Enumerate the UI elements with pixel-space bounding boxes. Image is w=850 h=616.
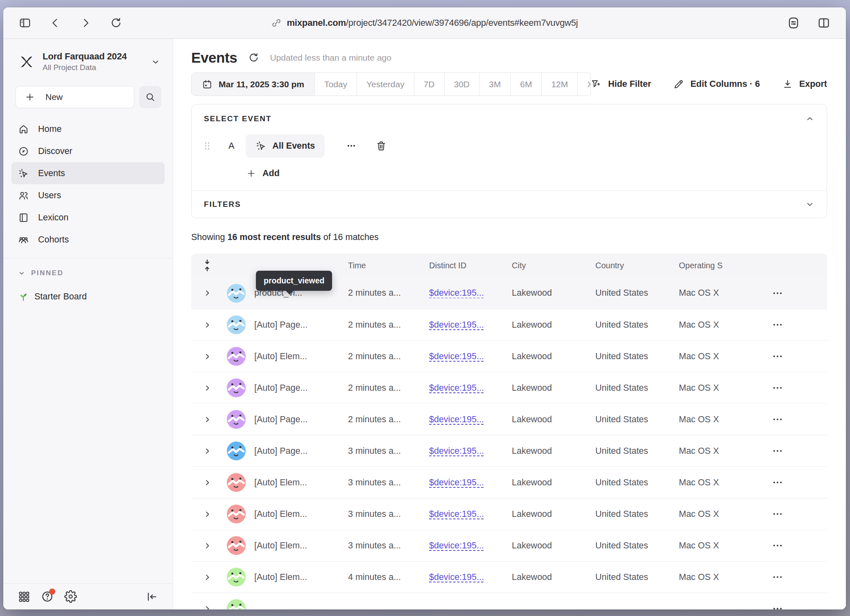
distinct-id-link[interactable]: $device:195... — [429, 383, 484, 393]
distinct-id-link[interactable]: $device:195... — [429, 541, 484, 550]
add-event-button[interactable]: Add — [246, 164, 280, 182]
row-menu-icon[interactable] — [760, 319, 827, 331]
distinct-id-link[interactable]: $device:195... — [429, 414, 484, 424]
export-button[interactable]: Export — [782, 79, 827, 90]
help-button[interactable] — [41, 590, 54, 603]
table-row[interactable]: [Auto] Elem... 2 minutes a... $device:19… — [191, 340, 827, 372]
event-avatar — [227, 284, 246, 303]
sidebar-item-discover[interactable]: Discover — [11, 140, 165, 162]
row-menu-icon[interactable] — [760, 477, 827, 488]
sidebar-item-users[interactable]: Users — [11, 184, 165, 206]
split-view-icon[interactable] — [817, 16, 830, 29]
expand-row-icon[interactable] — [191, 605, 223, 610]
expand-row-icon[interactable] — [191, 448, 223, 455]
table-row[interactable]: [Auto] Elem... 3 minutes a... $device:19… — [191, 467, 827, 498]
expand-row-icon[interactable] — [191, 542, 223, 549]
settings-gear-icon[interactable] — [64, 590, 77, 603]
distinct-id-link[interactable]: $device:195... — [429, 572, 484, 582]
distinct-id-link[interactable]: $device:195... — [429, 478, 484, 487]
sidebar-item-cohorts[interactable]: Cohorts — [11, 229, 165, 251]
new-button[interactable]: New — [16, 86, 134, 108]
row-menu-icon[interactable] — [760, 414, 827, 425]
preset-today[interactable]: Today — [314, 73, 357, 95]
event-avatar — [227, 347, 246, 366]
page-settings-icon[interactable] — [787, 16, 800, 29]
preset-3m[interactable]: 3M — [479, 73, 510, 95]
query-builder-card: SELECT EVENT A All Events — [191, 104, 827, 218]
distinct-id-link[interactable]: $device:195... — [429, 446, 484, 456]
preset-7d[interactable]: 7D — [414, 73, 444, 95]
row-menu-icon[interactable] — [760, 445, 827, 457]
preset-6m[interactable]: 6M — [510, 73, 541, 95]
row-menu-icon[interactable] — [760, 508, 827, 520]
table-row[interactable]: [Auto] Elem... 4 minutes a... $device:19… — [191, 561, 827, 593]
table-row[interactable]: [Auto] Page... 2 minutes a... $device:19… — [191, 372, 827, 403]
distinct-id-link[interactable]: $device:195... — [429, 509, 484, 519]
drag-handle-icon[interactable] — [204, 141, 210, 151]
row-menu-icon[interactable] — [760, 351, 827, 362]
event-city: Lakewood — [504, 320, 588, 330]
filters-section[interactable]: FILTERS — [192, 191, 827, 218]
sidebar-item-events[interactable]: Events — [11, 162, 165, 184]
header-distinct-id[interactable]: Distinct ID — [421, 261, 504, 270]
sidebar-item-lexicon[interactable]: Lexicon — [11, 206, 165, 229]
row-menu-icon[interactable] — [760, 603, 827, 609]
expand-row-icon[interactable] — [191, 479, 223, 486]
project-selector[interactable]: Lord Farquaad 2024 All Project Data — [3, 39, 173, 72]
table-row[interactable]: [Auto] Page... 2 minutes a... $device:19… — [191, 403, 827, 435]
expand-row-icon[interactable] — [191, 353, 223, 360]
preset-yesterday[interactable]: Yesterday — [357, 73, 414, 95]
refresh-icon[interactable] — [248, 52, 259, 63]
collapse-sidebar-icon[interactable] — [146, 591, 158, 603]
distinct-id-link[interactable]: $device:195... — [429, 351, 484, 361]
event-country: United States — [588, 351, 671, 362]
sidebar-toggle-icon[interactable] — [19, 17, 31, 29]
header-country[interactable]: Country — [588, 261, 671, 270]
row-menu-icon[interactable] — [760, 382, 827, 394]
pinned-item-starter-board[interactable]: Starter Board — [3, 291, 173, 302]
expand-row-icon[interactable] — [191, 511, 223, 518]
collapse-section-icon[interactable] — [805, 114, 814, 123]
more-options-icon[interactable] — [346, 140, 357, 151]
back-icon[interactable] — [49, 17, 61, 29]
collapse-rows-icon[interactable] — [191, 259, 223, 272]
event-table-body: product_vi... 2 minutes a... $device:195… — [191, 277, 827, 609]
header-city[interactable]: City — [504, 261, 588, 270]
hide-filter-button[interactable]: Hide Filter — [591, 79, 651, 90]
delete-icon[interactable] — [375, 140, 387, 152]
table-row[interactable]: [Auto] Page... 2 minutes a... $device:19… — [191, 309, 827, 340]
table-row[interactable]: [Auto] Elem... 3 minutes a... $device:19… — [191, 498, 827, 530]
header-os[interactable]: Operating S — [671, 261, 760, 270]
sidebar-item-home[interactable]: Home — [11, 118, 165, 140]
event-time: 2 minutes a... — [340, 414, 421, 425]
header-time[interactable]: Time — [340, 261, 421, 270]
event-country: United States — [588, 414, 671, 425]
apps-grid-icon[interactable] — [18, 591, 30, 603]
address-bar[interactable]: mixpanel.com/project/3472420/view/397469… — [3, 18, 846, 28]
distinct-id-link[interactable]: $device:195... — [429, 288, 484, 298]
row-menu-icon[interactable] — [760, 571, 827, 583]
distinct-id-link[interactable]: $device:195... — [429, 320, 484, 330]
table-row[interactable]: [Auto] Page... 3 minutes a... $device:19… — [191, 435, 827, 467]
preset-xtd[interactable]: XTD — [577, 73, 591, 95]
reload-icon[interactable] — [110, 17, 122, 29]
expand-row-icon[interactable] — [191, 322, 223, 328]
row-menu-icon[interactable] — [760, 540, 827, 551]
table-row[interactable]: [Auto] Elem... 3 minutes a... $device:19… — [191, 530, 827, 561]
expand-row-icon[interactable] — [191, 574, 223, 581]
event-os: Mac OS X — [671, 288, 760, 298]
search-button[interactable] — [139, 86, 161, 108]
event-selector-pill[interactable]: All Events — [246, 134, 325, 158]
preset-12m[interactable]: 12M — [541, 73, 577, 95]
expand-row-icon[interactable] — [191, 290, 223, 297]
row-menu-icon[interactable] — [760, 288, 827, 299]
preset-30d[interactable]: 30D — [444, 73, 479, 95]
expand-row-icon[interactable] — [191, 385, 223, 392]
expand-section-icon[interactable] — [805, 200, 814, 209]
edit-columns-button[interactable]: Edit Columns · 6 — [673, 79, 760, 90]
expand-row-icon[interactable] — [191, 416, 223, 423]
table-row[interactable] — [191, 593, 827, 609]
forward-icon — [79, 17, 92, 29]
date-picker[interactable]: Mar 11, 2025 3:30 pm — [192, 73, 314, 95]
pinned-section-header[interactable]: PINNED — [3, 258, 173, 277]
